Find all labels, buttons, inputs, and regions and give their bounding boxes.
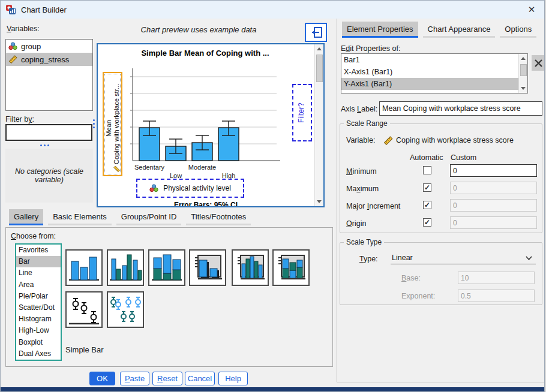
- gallery-thumb-clustered-error-bar[interactable]: [107, 291, 144, 328]
- scrollbar-thumb[interactable]: [520, 64, 527, 76]
- type-bar[interactable]: Bar: [16, 256, 61, 267]
- scale-variable-icon: [383, 136, 393, 145]
- type-high-low[interactable]: High-Low: [16, 325, 61, 336]
- cancel-button[interactable]: Cancel: [185, 372, 215, 385]
- gallery-thumb-stacked-bar[interactable]: [148, 249, 185, 286]
- scale-type-select[interactable]: Linear: [391, 252, 536, 264]
- type-histogram[interactable]: Histogram: [16, 313, 61, 325]
- preview-chart-title[interactable]: Simple Bar Mean of Coping with ...: [98, 49, 313, 58]
- help-button[interactable]: Help: [218, 372, 248, 385]
- vertical-splitter-handle[interactable]: [93, 119, 95, 128]
- scale-type-legend: Scale Type: [344, 238, 384, 246]
- gallery-thumb-clustered-bar[interactable]: [107, 249, 144, 286]
- variable-row-coping-stress[interactable]: coping_stress: [6, 53, 92, 66]
- type-dual-axes[interactable]: Dual Axes: [16, 348, 61, 360]
- custom-column-header: Custom: [451, 153, 476, 162]
- chart-preview-canvas[interactable]: Simple Bar Mean of Coping with ... Mean …: [97, 43, 325, 207]
- nominal-variable-icon: [149, 184, 158, 192]
- x-axis-drop-zone[interactable]: Physical activity level: [136, 179, 244, 198]
- variable-label: Variable:: [346, 136, 375, 144]
- window-bottom-edge: [1, 387, 544, 391]
- tab-gallery[interactable]: Gallery: [9, 209, 43, 225]
- properties-panel: Element Properties Chart Appearance Opti…: [337, 19, 545, 382]
- y-drop-line2: Coping with workplace str...: [113, 84, 121, 173]
- tab-chart-appearance[interactable]: Chart Appearance: [423, 22, 496, 38]
- maximum-custom-input: [450, 182, 537, 194]
- prop-item-title1[interactable]: Title 1: [341, 90, 527, 94]
- prop-item-y-axis1[interactable]: Y-Axis1 (Bar1): [341, 78, 527, 90]
- major-increment-automatic-checkbox[interactable]: ✓: [423, 201, 431, 209]
- choose-from-label: Choose from:: [11, 232, 56, 240]
- scale-type-group: Scale Type Type: Linear Base: Exponent:: [340, 238, 542, 305]
- prop-item-bar1[interactable]: Bar1: [341, 54, 527, 66]
- chart-type-list[interactable]: Favorites Bar Line Area Pie/Polar Scatte…: [15, 243, 62, 361]
- gallery-thumb-simple-error-bar[interactable]: [65, 291, 103, 328]
- preview-scrollbar-thumb[interactable]: [316, 55, 323, 82]
- origin-automatic-checkbox[interactable]: ✓: [423, 218, 431, 227]
- toggle-properties-panel-button[interactable]: [305, 23, 327, 42]
- gallery-thumb-3d-clustered-bar[interactable]: [232, 249, 269, 286]
- tab-options[interactable]: Options: [500, 22, 536, 38]
- origin-custom-input: [450, 216, 537, 229]
- reset-button[interactable]: Reset: [152, 372, 182, 385]
- panel-toggle-icon: [310, 26, 323, 38]
- maximum-automatic-checkbox[interactable]: ✓: [423, 183, 431, 192]
- close-icon[interactable]: ✕: [523, 2, 541, 17]
- scale-variable-icon: [8, 55, 17, 64]
- base-label: Base:: [401, 274, 421, 282]
- major-increment-label: Major Increment: [346, 202, 400, 210]
- type-favorites[interactable]: Favorites: [16, 245, 61, 256]
- major-increment-custom-input: [450, 199, 537, 212]
- type-line[interactable]: Line: [16, 267, 61, 279]
- preview-scrollbar[interactable]: [314, 44, 323, 206]
- scale-range-legend: Scale Range: [344, 119, 390, 128]
- maximum-label: Maximum: [346, 185, 379, 193]
- automatic-column-header: Automatic: [410, 153, 443, 162]
- minimum-automatic-checkbox[interactable]: [423, 166, 431, 174]
- type-area[interactable]: Area: [16, 279, 61, 291]
- filter-by-label: Filter by:: [5, 115, 34, 123]
- ok-button[interactable]: OK: [89, 372, 115, 385]
- scroll-down-icon[interactable]: [519, 84, 527, 93]
- filter-drop-zone[interactable]: Filter?: [292, 84, 312, 141]
- tab-groups-point-id[interactable]: Groups/Point ID: [116, 209, 182, 225]
- tab-element-properties[interactable]: Element Properties: [342, 22, 418, 38]
- type-pie-polar[interactable]: Pie/Polar: [16, 291, 61, 302]
- variable-row-group[interactable]: group: [6, 40, 92, 53]
- tab-basic-elements[interactable]: Basic Elements: [48, 209, 112, 225]
- exponent-input: [458, 290, 535, 302]
- tab-titles-footnotes[interactable]: Titles/Footnotes: [186, 209, 251, 225]
- chart-builder-dialog: Chart Builder ✕ Variables: group coping_…: [0, 0, 545, 392]
- scroll-down-icon[interactable]: [315, 197, 323, 206]
- paste-button[interactable]: Paste: [120, 372, 149, 385]
- titlebar[interactable]: Chart Builder ✕: [1, 1, 544, 19]
- filter-by-input[interactable]: [5, 124, 92, 141]
- exponent-label: Exponent:: [401, 292, 435, 300]
- edit-properties-scrollbar[interactable]: [518, 54, 527, 93]
- y-axis-drop-zone[interactable]: Mean Coping with workplace str...: [103, 72, 122, 176]
- edit-properties-list[interactable]: Bar1 X-Axis1 (Bar1) Y-Axis1 (Bar1) Title…: [341, 53, 528, 94]
- scroll-up-icon[interactable]: [315, 44, 323, 53]
- delete-x-icon: [535, 59, 542, 67]
- axis-label-label: Axis Label:: [341, 105, 377, 113]
- variables-list[interactable]: group coping_stress: [5, 39, 93, 111]
- svg-text:Sedentary: Sedentary: [134, 164, 165, 171]
- type-boxplot[interactable]: Boxplot: [16, 337, 61, 348]
- properties-tabs: Element Properties Chart Appearance Opti…: [342, 22, 536, 38]
- minimum-custom-input[interactable]: [450, 164, 537, 177]
- gallery-thumb-3d-stacked-bar[interactable]: [272, 249, 310, 286]
- prop-item-x-axis1[interactable]: X-Axis1 (Bar1): [341, 66, 527, 78]
- scale-range-group: Scale Range Variable: Coping with workpl…: [340, 119, 542, 233]
- nominal-variable-icon: [8, 42, 17, 50]
- error-bars-footnote: Error Bars: 95% CI: [122, 201, 290, 207]
- scroll-up-icon[interactable]: [519, 54, 527, 63]
- gallery-thumb-simple-bar[interactable]: [65, 249, 103, 286]
- builder-tabs: Gallery Basic Elements Groups/Point ID T…: [9, 209, 251, 225]
- type-scatter-dot[interactable]: Scatter/Dot: [16, 302, 61, 313]
- axis-label-input[interactable]: [379, 101, 542, 116]
- delete-element-button[interactable]: [532, 55, 545, 71]
- variable-value: Coping with workplace stress score: [396, 136, 514, 144]
- gallery-thumb-3d-bar[interactable]: [189, 249, 226, 286]
- gallery-panel: Choose from: Favorites Bar Line Area Pie…: [5, 227, 333, 367]
- horizontal-splitter-handle[interactable]: [40, 144, 49, 146]
